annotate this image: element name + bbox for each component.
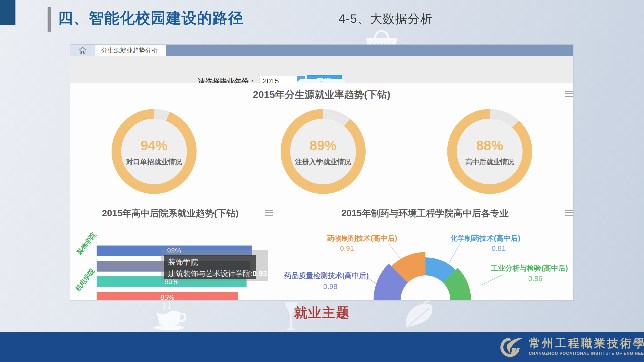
home-button[interactable]	[70, 45, 96, 56]
gauges-menu-button[interactable]	[565, 91, 573, 97]
pie-slice-value: 0.98	[323, 282, 337, 291]
bar-category-label: 装饰学院	[75, 231, 98, 256]
bar-tooltip-shadow: 装饰学院 建筑装饰与艺术设计学院:0.93	[160, 250, 268, 281]
pie-chart-menu-button[interactable]	[565, 210, 573, 216]
gauge-value: 88%	[446, 138, 533, 153]
pie-leader-line	[480, 275, 502, 285]
leaf-watermark-icon	[396, 300, 438, 331]
gauge-label: 高中后就业情况	[446, 157, 533, 167]
bar-value-label: 85%	[160, 294, 174, 300]
gauge-label: 对口单招就业情况	[110, 157, 198, 167]
slide-title: 四、智能化校园建设的路径	[58, 8, 244, 28]
pie-slice-value: 0.86	[528, 274, 542, 283]
home-icon	[78, 46, 87, 54]
bar-chart-title: 2015年高中后院系就业趋势(下钻)	[70, 207, 270, 219]
dashboard-content: 2015年分生源就业率趋势(下钻) 94% 对口单招就业情况 89% 注册入学就…	[70, 83, 573, 300]
pie-chart-title: 2015年制药与环境工程学院高中后各专业	[312, 207, 538, 219]
school-name-cn: 常州工程職業技術學院	[529, 336, 644, 351]
bar-segment[interactable]: 85%	[96, 292, 238, 300]
pie-leader-line	[389, 244, 401, 259]
filter-toolbar: 请选择毕业年份： ▼ 查询	[70, 56, 573, 83]
presentation-slide: 四、智能化校园建设的路径 4-5、大数据分析 分生源就	[0, 0, 644, 362]
tooltip-category: 装饰学院	[168, 257, 252, 267]
pie-slice-label: 药物制剂技术(高中后)	[327, 233, 397, 243]
chevron-up-icon: ▲	[320, 80, 322, 82]
pie-slice-label: 药品质量检测技术(高中后)	[284, 271, 369, 281]
bar-tooltip: 装饰学院 建筑装饰与艺术设计学院:0.93	[164, 255, 256, 279]
bar-category-label: 机电学院	[74, 267, 96, 293]
pie-slice-label: 工业分析与检验(高中后)	[491, 263, 568, 273]
dashboard-tabbar: 分生源就业趋势分析	[70, 45, 573, 56]
title-accent-bar	[48, 7, 51, 32]
pie-slice-value: 0.91	[340, 244, 354, 252]
bar-chart-menu-button[interactable]	[265, 210, 273, 216]
donut-gauge[interactable]: 94% 对口单招就业情况	[110, 108, 198, 195]
slide-subtitle: 4-5、大数据分析	[338, 11, 433, 27]
gauge-label: 注册入学就业情况	[280, 157, 366, 167]
gauges-chart-title: 2015年分生源就业率趋势(下钻)	[70, 88, 573, 101]
donut-gauge[interactable]: 89% 注册入学就业情况	[280, 108, 366, 195]
gauge-value: 89%	[280, 138, 366, 153]
tabbar-empty-area	[166, 45, 573, 56]
bi-dashboard-screenshot: 分生源就业趋势分析 请选择毕业年份： ▼ 查询 ▲ 2015年分生源就业率趋势(…	[70, 45, 573, 300]
pie-leader-line	[449, 244, 460, 263]
pie-slice-label: 化学制药技术(高中后)	[450, 233, 520, 243]
slide-caption: 就业主题	[294, 304, 350, 322]
school-name-en: CHANGZHOU VOCATIONAL INSTITUTE OF ENGINE…	[529, 351, 644, 356]
pie-slice-value: 0.81	[492, 244, 506, 252]
tab-employment-trend-analysis[interactable]: 分生源就业趋势分析	[96, 45, 166, 56]
tooltip-series-value: 建筑装饰与艺术设计学院:0.93	[168, 269, 252, 279]
donut-gauge[interactable]: 88% 高中后就业情况	[446, 108, 533, 195]
school-logo-icon	[498, 336, 525, 359]
title-accent-square	[0, 0, 16, 25]
gauge-value: 94%	[110, 138, 198, 153]
collapse-panel-toggle[interactable]: ▲	[296, 79, 346, 83]
coffee-cup-watermark-icon	[144, 301, 195, 331]
